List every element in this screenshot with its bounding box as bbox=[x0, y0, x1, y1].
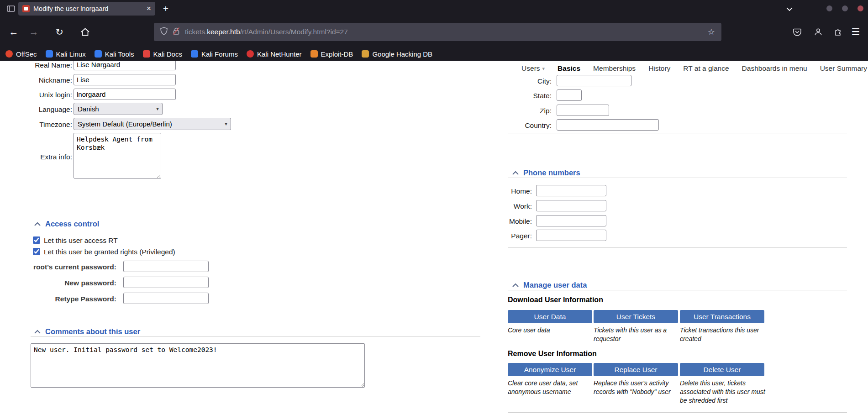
access-rt-checkbox[interactable] bbox=[33, 236, 40, 244]
bookmark-offsec[interactable]: OffSec bbox=[5, 50, 37, 58]
city-input[interactable] bbox=[557, 75, 631, 86]
maximize-button[interactable] bbox=[842, 5, 848, 11]
url-prefix: tickets. bbox=[185, 28, 207, 36]
anonymize-user-button[interactable]: Anonymize User bbox=[508, 363, 592, 376]
page-menu: Users▾ Basics Memberships History RT at … bbox=[521, 64, 867, 73]
new-tab-button[interactable]: + bbox=[159, 2, 173, 16]
bookmark-kali-nethunter[interactable]: Kali NetHunter bbox=[247, 50, 302, 58]
tab-users[interactable]: Users▾ bbox=[521, 64, 545, 73]
reload-button[interactable]: ↻ bbox=[51, 24, 68, 40]
retype-password-input[interactable] bbox=[123, 293, 209, 304]
divider bbox=[508, 178, 847, 178]
home-button[interactable] bbox=[77, 24, 93, 40]
access-rt-label: Let this user access RT bbox=[44, 236, 118, 245]
privileged-checkbox[interactable] bbox=[33, 248, 40, 255]
new-password-input[interactable] bbox=[123, 277, 209, 288]
hamburger-menu-icon[interactable]: ☰ bbox=[847, 24, 864, 40]
kali-nethunter-icon bbox=[247, 50, 254, 58]
access-control-title: Access control bbox=[45, 220, 99, 228]
state-input[interactable] bbox=[557, 89, 582, 101]
pager-phone-input[interactable] bbox=[536, 230, 606, 241]
comments-title: Comments about this user bbox=[45, 327, 140, 336]
pager-phone-label: Pager: bbox=[457, 232, 532, 240]
bookmark-star-icon[interactable]: ☆ bbox=[708, 27, 715, 37]
delete-user-button[interactable]: Delete User bbox=[680, 363, 764, 376]
replace-user-button[interactable]: Replace User bbox=[594, 363, 678, 376]
user-data-button[interactable]: User Data bbox=[508, 310, 592, 323]
tab-user-summary[interactable]: User Summary bbox=[820, 64, 867, 73]
tabs-dropdown-icon[interactable] bbox=[783, 2, 796, 15]
bookmark-kali-linux[interactable]: Kali Linux bbox=[46, 50, 86, 58]
bookmark-google-hacking-db[interactable]: Google Hacking DB bbox=[362, 50, 432, 58]
tab-history[interactable]: History bbox=[648, 64, 670, 73]
manage-user-data-heading[interactable]: Manage user data bbox=[512, 281, 587, 289]
bookmark-label: Kali Docs bbox=[153, 50, 182, 58]
new-password-label: New password: bbox=[3, 279, 116, 287]
account-icon[interactable] bbox=[810, 24, 826, 40]
connection-not-secure-icon[interactable] bbox=[173, 27, 180, 37]
chevron-up-icon bbox=[34, 330, 41, 334]
tab-dashboards-in-menu[interactable]: Dashboards in menu bbox=[742, 64, 807, 73]
extensions-puzzle-icon[interactable] bbox=[830, 24, 846, 40]
phone-numbers-heading[interactable]: Phone numbers bbox=[512, 168, 580, 177]
bookmark-kali-forums[interactable]: Kali Forums bbox=[191, 50, 238, 58]
current-password-input[interactable] bbox=[123, 261, 209, 272]
extra-info-textarea[interactable]: Helpdesk Agent from Korsbæk bbox=[74, 133, 161, 179]
kali-forums-icon bbox=[191, 50, 198, 58]
tracking-shield-icon[interactable] bbox=[160, 27, 168, 37]
browser-chrome: Modify the user lnorgaard × + ← → ↻ tick… bbox=[0, 0, 868, 61]
real-name-label: Real Name: bbox=[3, 61, 72, 69]
country-input[interactable] bbox=[557, 119, 659, 131]
firefox-view-icon[interactable] bbox=[5, 4, 16, 14]
access-control-heading[interactable]: Access control bbox=[34, 220, 99, 228]
forward-button[interactable]: → bbox=[26, 24, 42, 40]
bookmark-kali-docs[interactable]: Kali Docs bbox=[143, 50, 182, 58]
url-bar[interactable]: tickets.keeper.htb/rt/Admin/Users/Modify… bbox=[154, 23, 721, 41]
country-label: Country: bbox=[479, 121, 552, 130]
language-select[interactable]: Danish▾ bbox=[74, 103, 163, 115]
work-phone-input[interactable] bbox=[536, 200, 606, 211]
bookmark-exploit-db[interactable]: Exploit-DB bbox=[310, 50, 353, 58]
work-phone-label: Work: bbox=[457, 202, 532, 210]
kali-docs-icon bbox=[143, 50, 150, 58]
close-window-button[interactable] bbox=[857, 5, 863, 11]
divider bbox=[508, 412, 847, 413]
url-domain: keeper.htb bbox=[207, 28, 240, 36]
minimize-button[interactable] bbox=[826, 5, 832, 11]
real-name-input[interactable] bbox=[74, 61, 176, 70]
user-tickets-button[interactable]: User Tickets bbox=[594, 310, 678, 323]
kali-tools-icon bbox=[95, 50, 102, 58]
divider bbox=[31, 187, 480, 187]
tab-bar: Modify the user lnorgaard × + bbox=[0, 0, 868, 17]
tab-rt-at-a-glance[interactable]: RT at a glance bbox=[683, 64, 729, 73]
nickname-input[interactable] bbox=[74, 74, 176, 85]
divider bbox=[508, 290, 847, 290]
retype-password-label: Retype Password: bbox=[3, 295, 116, 303]
home-phone-input[interactable] bbox=[536, 185, 606, 196]
bookmark-kali-tools[interactable]: Kali Tools bbox=[95, 50, 134, 58]
tab-memberships[interactable]: Memberships bbox=[593, 64, 636, 73]
url-text: tickets.keeper.htb/rt/Admin/Users/Modify… bbox=[185, 28, 703, 36]
zip-input[interactable] bbox=[557, 105, 609, 116]
back-button[interactable]: ← bbox=[5, 24, 22, 40]
delete-user-desc: Delete this user, tickets associated wit… bbox=[680, 379, 766, 405]
pocket-icon[interactable] bbox=[789, 24, 805, 40]
comments-textarea[interactable]: New user. Initial password set to Welcom… bbox=[31, 343, 365, 388]
mobile-phone-input[interactable] bbox=[536, 215, 606, 226]
tab-close-icon[interactable]: × bbox=[147, 4, 151, 13]
tab-basics[interactable]: Basics bbox=[558, 64, 580, 73]
language-value: Danish bbox=[78, 105, 99, 113]
user-tickets-desc: Tickets with this user as a requestor bbox=[594, 326, 677, 343]
zip-label: Zip: bbox=[479, 107, 552, 115]
window-controls bbox=[826, 5, 863, 11]
timezone-select[interactable]: System Default (Europe/Berlin)▾ bbox=[74, 118, 231, 130]
tab-title: Modify the user lnorgaard bbox=[33, 5, 143, 12]
browser-tab[interactable]: Modify the user lnorgaard × bbox=[18, 2, 155, 16]
unix-login-input[interactable] bbox=[74, 89, 176, 100]
download-user-info-heading: Download User Information bbox=[508, 296, 603, 304]
current-password-label: root's current password: bbox=[3, 263, 116, 271]
comments-heading[interactable]: Comments about this user bbox=[34, 327, 140, 336]
nickname-label: Nickname: bbox=[3, 76, 72, 84]
privileged-label: Let this user be granted rights (Privile… bbox=[44, 248, 175, 256]
user-transactions-button[interactable]: User Transactions bbox=[680, 310, 764, 323]
